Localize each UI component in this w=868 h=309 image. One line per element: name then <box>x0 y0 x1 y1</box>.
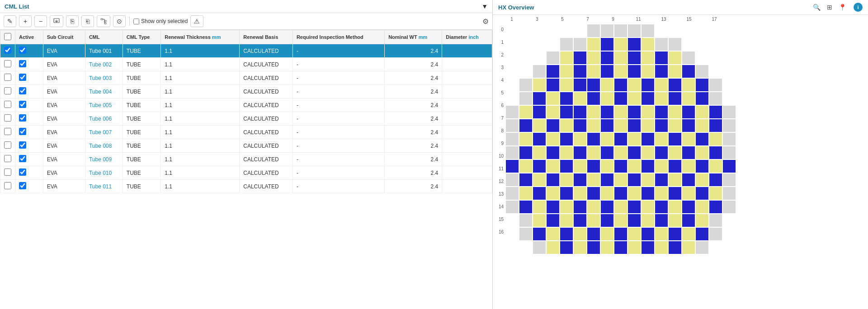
funnel-icon[interactable]: ▼ <box>481 3 488 10</box>
row-checkbox[interactable] <box>4 182 11 189</box>
hx-cell[interactable] <box>642 92 654 105</box>
hx-cell[interactable] <box>506 106 519 118</box>
hx-cell[interactable] <box>587 106 600 118</box>
hx-cell[interactable] <box>696 214 708 227</box>
hx-cell[interactable] <box>519 146 532 159</box>
location-button[interactable]: 📍 <box>837 3 848 12</box>
hx-cell[interactable] <box>506 133 519 145</box>
cml-link[interactable]: Tube 010 <box>89 170 112 176</box>
hx-cell[interactable] <box>614 160 627 173</box>
hx-cell[interactable] <box>709 173 722 186</box>
hx-cell[interactable] <box>587 38 600 51</box>
cml-link[interactable]: Tube 004 <box>89 89 112 95</box>
hx-cell[interactable] <box>547 201 559 213</box>
hx-cell[interactable] <box>614 146 627 159</box>
hx-cell[interactable] <box>669 160 681 173</box>
hx-cell[interactable] <box>574 38 586 51</box>
active-checkbox[interactable] <box>19 182 26 189</box>
hx-cell[interactable] <box>682 241 695 254</box>
hx-cell[interactable] <box>655 241 668 254</box>
warning-button[interactable]: ⚠ <box>190 15 203 27</box>
hx-cell[interactable] <box>655 119 668 132</box>
hx-cell[interactable] <box>547 119 559 132</box>
hx-cell[interactable] <box>655 228 668 240</box>
hx-cell[interactable] <box>574 187 586 200</box>
row-select-cell[interactable] <box>0 112 15 126</box>
hx-cell[interactable] <box>533 79 546 91</box>
hx-cell[interactable] <box>669 79 681 91</box>
hx-cell[interactable] <box>696 106 708 118</box>
grid-button[interactable]: ⊞ <box>825 3 834 12</box>
hx-cell[interactable] <box>601 133 613 145</box>
hx-cell[interactable] <box>682 173 695 186</box>
table-row[interactable]: EVATube 011TUBE1.1CALCULATED-2.4 <box>0 180 492 193</box>
hx-cell[interactable] <box>547 133 559 145</box>
hx-cell[interactable] <box>547 160 559 173</box>
hx-cell[interactable] <box>628 214 641 227</box>
hx-cell[interactable] <box>669 214 681 227</box>
cml-link[interactable]: Tube 009 <box>89 156 112 163</box>
hx-cell[interactable] <box>655 133 668 145</box>
row-select-cell[interactable] <box>0 166 15 180</box>
hx-cell[interactable] <box>614 187 627 200</box>
hx-cell[interactable] <box>669 38 681 51</box>
hx-cell[interactable] <box>628 52 641 64</box>
hx-cell[interactable] <box>560 228 573 240</box>
hx-cell[interactable] <box>506 160 519 173</box>
hx-cell[interactable] <box>601 52 613 64</box>
hx-cell[interactable] <box>560 173 573 186</box>
hx-cell[interactable] <box>628 133 641 145</box>
hx-cell[interactable] <box>669 106 681 118</box>
hx-cell[interactable] <box>574 241 586 254</box>
hx-cell[interactable] <box>696 241 708 254</box>
hx-cell[interactable] <box>506 187 519 200</box>
hx-cell[interactable] <box>669 65 681 78</box>
hx-cell[interactable] <box>682 214 695 227</box>
hx-cell[interactable] <box>533 119 546 132</box>
hx-cell[interactable] <box>560 201 573 213</box>
hx-cell[interactable] <box>696 173 708 186</box>
hx-cell[interactable] <box>628 79 641 91</box>
hx-cell[interactable] <box>587 241 600 254</box>
cml-link[interactable]: Tube 005 <box>89 102 112 108</box>
table-row[interactable]: EVATube 008TUBE1.1CALCULATED-2.4 <box>0 139 492 153</box>
hx-cell[interactable] <box>601 241 613 254</box>
hx-cell[interactable] <box>655 106 668 118</box>
hx-cell[interactable] <box>614 65 627 78</box>
row-checkbox[interactable] <box>4 101 11 108</box>
hx-cell[interactable] <box>601 201 613 213</box>
hx-cell[interactable] <box>547 146 559 159</box>
hx-cell[interactable] <box>628 146 641 159</box>
row-select-cell[interactable] <box>0 58 15 71</box>
row-cml[interactable]: Tube 011 <box>85 180 123 193</box>
table-row[interactable]: EVATube 004TUBE1.1CALCULATED-2.4 <box>0 85 492 98</box>
hx-cell[interactable] <box>642 146 654 159</box>
hx-cell[interactable] <box>709 146 722 159</box>
hx-cell[interactable] <box>669 133 681 145</box>
hx-cell[interactable] <box>709 187 722 200</box>
hx-cell[interactable] <box>519 187 532 200</box>
hx-cell[interactable] <box>601 228 613 240</box>
hx-cell[interactable] <box>574 106 586 118</box>
hx-cell[interactable] <box>601 79 613 91</box>
hx-cell[interactable] <box>642 52 654 64</box>
hx-cell[interactable] <box>560 146 573 159</box>
hx-cell[interactable] <box>628 106 641 118</box>
hx-cell[interactable] <box>655 214 668 227</box>
cml-link[interactable]: Tube 007 <box>89 129 112 136</box>
hx-cell[interactable] <box>614 92 627 105</box>
settings-button[interactable]: ⚙ <box>482 17 489 26</box>
active-checkbox[interactable] <box>19 155 26 162</box>
hx-cell[interactable] <box>560 214 573 227</box>
hx-cell[interactable] <box>574 119 586 132</box>
hx-cell[interactable] <box>642 79 654 91</box>
hx-cell[interactable] <box>655 160 668 173</box>
row-cml[interactable]: Tube 006 <box>85 112 123 126</box>
hx-cell[interactable] <box>709 228 722 240</box>
hx-cell[interactable] <box>696 146 708 159</box>
row-select-cell[interactable] <box>0 85 15 98</box>
hx-cell[interactable] <box>506 173 519 186</box>
hx-cell[interactable] <box>669 173 681 186</box>
hx-cell[interactable] <box>533 65 546 78</box>
hx-cell[interactable] <box>669 119 681 132</box>
